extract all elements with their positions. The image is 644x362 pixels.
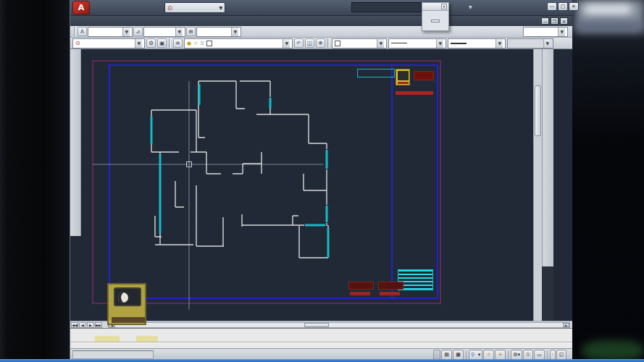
- layer-lock-icon: ⚿: [200, 41, 204, 46]
- legend-caption-1: [350, 292, 370, 295]
- standard-toolbar: A ▼ ⊿ ▼ ⊞ ▼ ▼: [70, 26, 572, 38]
- maximize-button[interactable]: ▢: [558, 2, 568, 11]
- sheet-logo-image: [396, 69, 410, 85]
- table-style-icon[interactable]: ⊞: [186, 27, 196, 36]
- coordinates-readout: [72, 350, 154, 359]
- toolbar-lock-icon[interactable]: ⚿: [523, 350, 533, 360]
- layer-freeze-tool-icon[interactable]: ❄: [316, 38, 325, 48]
- layers-properties-toolbar: ⊙▼ ⚙ ▣ ≋ ● ☼ ⚿ ▼ ↶ ◫ ❄ ▼ ▼ ▼ ▼: [70, 38, 572, 49]
- close-button[interactable]: ✕: [569, 2, 579, 11]
- command-divider: [70, 342, 572, 342]
- legend-caption-2: [380, 292, 400, 295]
- doc-restore-button[interactable]: ❐: [551, 17, 559, 25]
- linetype-dropdown[interactable]: ▼: [388, 38, 446, 49]
- blurred-logo: [585, 4, 631, 14]
- horizontal-scrollbar[interactable]: ◀ ▶: [108, 322, 570, 328]
- search-input[interactable]: [351, 2, 427, 12]
- plot-style-dropdown: ▼: [507, 38, 553, 49]
- lineweight-dropdown[interactable]: ▼: [448, 38, 506, 49]
- draw-toolbar: [70, 49, 81, 236]
- legend-swatch-1: [348, 282, 374, 290]
- crosshair-cursor: [93, 81, 323, 310]
- horizontal-scrollbar-thumb[interactable]: [304, 323, 329, 327]
- tab-nav-last-icon[interactable]: ▶▶: [95, 322, 102, 328]
- model-space-canvas[interactable]: [81, 49, 533, 321]
- video-right-bar: [572, 0, 644, 362]
- weekedu-logo-image: [114, 287, 141, 306]
- table-style-dropdown[interactable]: ▼: [196, 27, 241, 37]
- annotation-autoscale-icon[interactable]: ☀: [495, 350, 506, 360]
- autocad-window: A ⊙ ▼ ⌕ ☻ ▼ — ▢ ✕: [70, 0, 572, 360]
- command-line-panel[interactable]: [70, 328, 572, 348]
- palette-start-button[interactable]: [431, 20, 440, 22]
- floor-plan-drawing: [81, 49, 533, 321]
- tab-nav-next-icon[interactable]: ▶: [87, 322, 94, 328]
- annotation-visibility-icon[interactable]: ☼: [483, 350, 494, 360]
- shortcut-notes: [444, 71, 533, 72]
- video-left-bar: [0, 0, 70, 362]
- faded-highlight-text: [136, 336, 158, 342]
- menu-bar: — ❐ ✕: [70, 16, 572, 26]
- performance-icon[interactable]: ▭: [534, 350, 545, 360]
- title-bar: A ⊙ ▼ ⌕ ☻ ▼ — ▢ ✕: [70, 0, 572, 16]
- status-right-cluster: ▤ ▦ ⚲ ▾ ☼ ☀ ⚙▾ ⚿ ▭ · ◱: [433, 350, 566, 360]
- chevron-down-icon: ▼: [219, 5, 222, 10]
- window-controls: — ▢ ✕: [547, 2, 579, 11]
- floating-palette[interactable]: ✕: [422, 2, 449, 31]
- doc-close-button[interactable]: ✕: [560, 17, 568, 25]
- annotation-scale-button[interactable]: ⚲ ▾: [469, 350, 482, 360]
- workspace-icon: ⊙: [167, 4, 172, 12]
- workspace-settings-icon[interactable]: ⚙: [146, 38, 156, 48]
- status-bar: ▤ ▦ ⚲ ▾ ☼ ☀ ⚙▾ ⚿ ▭ · ◱: [70, 348, 572, 360]
- model-space-button[interactable]: [433, 350, 440, 360]
- floor-plan-walls: [151, 81, 328, 258]
- quick-view-layouts-icon[interactable]: ▤: [441, 350, 452, 360]
- vertical-scrollbar-thumb[interactable]: [535, 85, 541, 136]
- scroll-right-icon[interactable]: ▶: [563, 323, 569, 327]
- right-dock-area: [542, 266, 553, 321]
- sheet-border-inner: [109, 65, 438, 298]
- autocad-logo-icon[interactable]: A: [72, 1, 90, 14]
- workspaces-toolbar-dropdown[interactable]: ⊙▼: [72, 38, 145, 49]
- doc-minimize-button[interactable]: —: [541, 17, 549, 25]
- sheet-border-outer: [93, 61, 440, 303]
- tab-nav-prev-icon[interactable]: ◀: [79, 322, 86, 328]
- workspace-save-icon[interactable]: ▣: [157, 38, 167, 48]
- minimize-button[interactable]: —: [547, 2, 557, 11]
- sheet-red-caption: [396, 91, 433, 95]
- layer-freeze-icon: ☼: [193, 41, 198, 46]
- quick-view-drawings-icon[interactable]: ▦: [453, 350, 464, 360]
- layer-isolate-icon[interactable]: ◫: [305, 38, 314, 48]
- reference-note-label: [357, 69, 395, 77]
- workspace-switching-icon[interactable]: ⚙▾: [511, 350, 522, 360]
- sheet-red-stamp: [414, 71, 434, 80]
- layer-dropdown[interactable]: ● ☼ ⚿ ▼: [184, 38, 293, 49]
- status-menu-icon[interactable]: ·: [550, 350, 556, 360]
- palette-close-icon[interactable]: ✕: [441, 4, 447, 9]
- legend-swatch-2: [378, 282, 403, 290]
- text-style-dropdown[interactable]: ▼: [88, 27, 133, 37]
- video-progress-strip: [0, 359, 644, 362]
- workspace-dropdown[interactable]: ⊙ ▼: [164, 2, 225, 13]
- dim-style-dropdown[interactable]: ▼: [143, 27, 185, 37]
- dim-style-icon[interactable]: ⊿: [133, 27, 143, 36]
- document-window-controls: — ❐ ✕: [541, 17, 568, 25]
- chevron-down-icon[interactable]: ▼: [469, 4, 472, 9]
- blurred-toolbar: [576, 20, 644, 32]
- clean-screen-icon[interactable]: ◱: [556, 350, 566, 360]
- modify-toolbar: [542, 49, 553, 266]
- mleader-style-dropdown[interactable]: ▼: [523, 27, 568, 37]
- tab-nav-first-icon[interactable]: ◀◀: [71, 322, 78, 328]
- layer-previous-icon[interactable]: ↶: [294, 38, 304, 48]
- layer-properties-icon[interactable]: ≋: [173, 38, 183, 48]
- layer-color-swatch: [206, 41, 212, 46]
- blurred-green-blob: [582, 340, 644, 361]
- video-frame: A ⊙ ▼ ⌕ ☻ ▼ — ▢ ✕: [0, 0, 644, 362]
- vertical-scrollbar[interactable]: [533, 49, 542, 321]
- weekedu-watermark-logo: [107, 283, 146, 325]
- faded-highlight-text: [95, 336, 120, 342]
- weekedu-logo-subtext: [112, 317, 145, 323]
- layer-on-icon: ●: [187, 41, 191, 46]
- text-style-icon[interactable]: A: [78, 27, 87, 36]
- color-dropdown[interactable]: ▼: [332, 38, 387, 49]
